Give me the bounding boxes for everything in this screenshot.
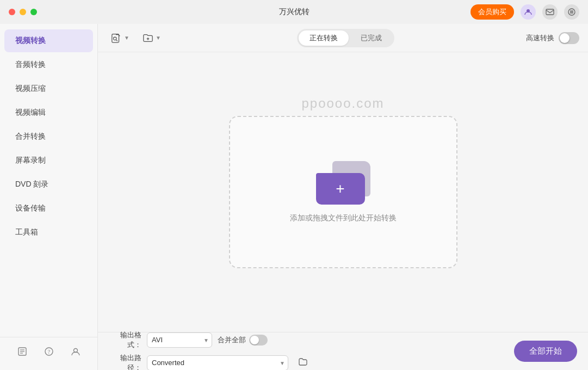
svg-rect-13	[112, 34, 119, 42]
bottom-bar: 输出格式： AVI MP4 MOV MKV WMV FLV ▼ 合	[98, 332, 588, 370]
svg-line-16	[116, 40, 117, 41]
path-row: 输出路径： Converted ▼	[109, 353, 309, 371]
sidebar-item-merge-convert[interactable]: 合并转换	[4, 125, 93, 148]
titlebar: 万兴优转 会员购买	[0, 0, 588, 24]
format-row: 输出格式： AVI MP4 MOV MKV WMV FLV ▼ 合	[109, 330, 309, 350]
format-label: 输出格式：	[109, 330, 141, 350]
format-select-wrapper: AVI MP4 MOV MKV WMV FLV ▼	[147, 332, 212, 348]
path-label: 输出路径：	[109, 353, 141, 371]
close-button[interactable]	[9, 9, 15, 15]
path-input-wrapper: Converted ▼	[147, 355, 288, 371]
minimize-button[interactable]	[20, 9, 26, 15]
toggle-knob	[560, 33, 570, 43]
browse-folder-button[interactable]	[297, 356, 309, 370]
folder-front: +	[316, 173, 365, 205]
window-controls	[9, 9, 37, 15]
menu-icon[interactable]	[564, 4, 579, 20]
app-title: 万兴优转	[279, 7, 310, 17]
app-body: 视频转换 音频转换 视频压缩 视频编辑 合并转换 屏幕录制 DVD 刻录 设备传…	[0, 24, 588, 370]
merge-label: 合并全部	[218, 335, 246, 345]
start-all-button[interactable]: 全部开始	[514, 341, 577, 362]
titlebar-actions: 会员购买	[471, 4, 579, 20]
merge-group: 合并全部	[218, 335, 268, 346]
sidebar-item-toolbox[interactable]: 工具箱	[4, 221, 93, 244]
tab-done[interactable]: 已完成	[350, 30, 393, 46]
format-group: 输出格式： AVI MP4 MOV MKV WMV FLV ▼ 合	[109, 330, 309, 371]
user-icon[interactable]	[68, 344, 83, 359]
sidebar-item-video-convert[interactable]: 视频转换	[4, 29, 93, 52]
toolbar-right: 高速转换	[526, 32, 579, 44]
drop-zone[interactable]: + 添加或拖拽文件到此处开始转换	[229, 116, 457, 268]
mail-icon[interactable]	[542, 4, 558, 20]
toolbar: ▼ ▼ 正在转换 已完成 高速转换	[98, 24, 588, 52]
path-select[interactable]: Converted	[147, 355, 288, 371]
format-select[interactable]: AVI MP4 MOV MKV WMV FLV	[147, 332, 212, 348]
merge-toggle[interactable]	[249, 335, 268, 346]
sidebar-items: 视频转换 音频转换 视频压缩 视频编辑 合并转换 屏幕录制 DVD 刻录 设备传…	[0, 28, 97, 337]
svg-rect-1	[546, 9, 554, 15]
add-folder-chevron: ▼	[156, 35, 161, 41]
main-content: ▼ ▼ 正在转换 已完成 高速转换	[98, 24, 588, 370]
folder-icon: +	[316, 161, 370, 205]
sidebar-item-device-transfer[interactable]: 设备传输	[4, 197, 93, 220]
sidebar-item-video-compress[interactable]: 视频压缩	[4, 77, 93, 100]
book-icon[interactable]	[15, 344, 30, 359]
plus-icon: +	[336, 181, 344, 196]
sidebar-item-screen-record[interactable]: 屏幕录制	[4, 149, 93, 172]
drop-hint: 添加或拖拽文件到此处开始转换	[290, 213, 397, 223]
avatar[interactable]	[521, 4, 536, 20]
folder-tab	[316, 173, 337, 180]
add-file-chevron: ▼	[124, 35, 129, 41]
help-icon[interactable]: ?	[41, 344, 57, 359]
sidebar-item-audio-convert[interactable]: 音频转换	[4, 53, 93, 76]
svg-point-15	[114, 37, 116, 40]
add-file-button[interactable]: ▼	[107, 29, 134, 47]
tabs-container: 正在转换 已完成	[297, 29, 394, 47]
maximize-button[interactable]	[30, 9, 37, 15]
sidebar: 视频转换 音频转换 视频压缩 视频编辑 合并转换 屏幕录制 DVD 刻录 设备传…	[0, 24, 98, 370]
watermark: ppoooo.com	[301, 96, 384, 111]
sidebar-bottom: ?	[0, 337, 97, 366]
add-folder-button[interactable]: ▼	[138, 29, 165, 47]
tab-converting[interactable]: 正在转换	[299, 30, 349, 46]
speed-toggle[interactable]	[559, 32, 579, 44]
drop-area[interactable]: ppoooo.com + 添加或拖拽文件到此处开始转换	[98, 52, 588, 332]
vip-button[interactable]: 会员购买	[471, 4, 514, 20]
sidebar-item-dvd-burn[interactable]: DVD 刻录	[4, 173, 93, 196]
path-select-wrapper: Converted ▼	[147, 355, 288, 371]
svg-text:?: ?	[47, 349, 50, 355]
tab-switcher-area: 正在转换 已完成	[170, 29, 522, 47]
merge-toggle-knob	[250, 336, 259, 344]
sidebar-item-video-edit[interactable]: 视频编辑	[4, 101, 93, 124]
speed-label: 高速转换	[526, 33, 554, 43]
